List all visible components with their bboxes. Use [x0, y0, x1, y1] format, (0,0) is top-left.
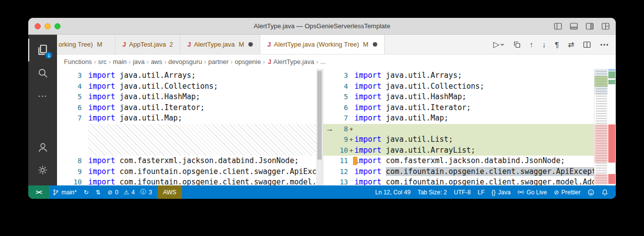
previous-change-button[interactable]: ↑ — [529, 41, 533, 48]
compare-changes-icon[interactable]: ⇅ — [92, 185, 104, 199]
line-number[interactable]: 5 — [323, 92, 348, 103]
line-number[interactable]: 10 — [57, 177, 82, 185]
prettier-item[interactable]: ⊘ Prettier — [550, 185, 584, 199]
titlebar[interactable]: AlertType.java — OpsGenieServerlessTempl… — [28, 18, 616, 35]
zoom-window-button[interactable] — [55, 23, 60, 29]
line-number[interactable]: 12 — [323, 167, 348, 177]
remote-indicator[interactable]: >< — [28, 185, 49, 199]
line-number[interactable]: 4 — [323, 81, 348, 92]
line-number[interactable]: 6 — [323, 103, 348, 114]
code-line[interactable]: 5import java.util.HashMap; — [57, 92, 323, 103]
go-live-button[interactable]: Go Live — [514, 185, 550, 199]
line-number[interactable]: 9 — [323, 134, 348, 145]
customize-layout-icon[interactable] — [601, 23, 610, 30]
dirty-indicator[interactable] — [248, 42, 253, 47]
line-number[interactable]: 7 — [323, 113, 348, 124]
tab-working-tree-partial[interactable]: orking Tree) M — [57, 35, 116, 54]
keyword: import — [354, 71, 381, 80]
diff-original-pane[interactable]: 3import java.util.Arrays;4import java.ut… — [57, 69, 323, 185]
code-line[interactable]: 4import java.util.Collections; — [57, 81, 323, 92]
search-icon[interactable] — [28, 61, 57, 84]
run-java-button[interactable]: ▷ — [493, 41, 504, 49]
git-branch-item[interactable]: main* — [49, 185, 80, 199]
line-number[interactable]: 5 — [57, 92, 82, 103]
aws-badge[interactable]: AWS — [158, 185, 182, 199]
toggle-secondary-sidebar-icon[interactable] — [585, 23, 594, 30]
open-changes-icon[interactable] — [513, 41, 521, 48]
code-line[interactable]: 13import com.ifountain.opsgenie.client.s… — [323, 177, 616, 185]
breadcrumb-separator: › — [261, 58, 267, 65]
more-actions-button[interactable]: ⋯ — [600, 40, 609, 49]
toggle-panel-icon[interactable] — [570, 23, 578, 30]
code-line[interactable]: 7import java.util.Map; — [323, 113, 616, 124]
line-number[interactable]: 8 — [57, 156, 82, 167]
minimap[interactable] — [594, 69, 608, 185]
dirty-indicator[interactable] — [373, 42, 377, 47]
code-line[interactable]: 10import com.ifountain.opsgenie.client.s… — [57, 177, 323, 185]
line-number[interactable]: 13 — [323, 177, 348, 185]
code-line[interactable]: 7import java.util.Map; — [57, 113, 323, 124]
breadcrumb-item[interactable]: main — [113, 58, 126, 65]
code-line[interactable]: 4import java.util.Collections; — [323, 81, 616, 92]
line-number[interactable]: 3 — [323, 70, 348, 81]
cursor-position[interactable]: Ln 12, Col 49 — [372, 185, 414, 199]
line-number[interactable]: 6 — [57, 103, 82, 114]
code-line[interactable]: 6import java.util.Iterator; — [57, 103, 323, 114]
keyword: import — [88, 114, 115, 122]
line-number[interactable]: 4 — [57, 81, 82, 92]
code-line[interactable]: 3import java.util.Arrays; — [323, 70, 616, 81]
code-line[interactable]: 8import com.fasterxml.jackson.databind.J… — [57, 156, 323, 167]
code-line[interactable]: 5import java.util.HashMap; — [323, 92, 616, 103]
breadcrumb-item[interactable]: opsgenie — [234, 58, 261, 65]
problems-item[interactable]: ⊘ 0 ⚠ 4 ⓘ 3 — [104, 185, 156, 199]
breadcrumb-file[interactable]: AlertType.java — [273, 58, 314, 65]
tab-alerttype[interactable]: J AlertType.java M — [180, 35, 260, 54]
split-editor-button[interactable] — [583, 41, 591, 48]
left-scrollbar[interactable] — [316, 69, 323, 185]
language-mode[interactable]: {} Java — [488, 185, 514, 199]
tab-apptest[interactable]: J AppTest.java 2 — [116, 35, 180, 54]
explorer-files-icon[interactable]: 1 — [28, 39, 57, 61]
toggle-sidebar-icon[interactable] — [554, 23, 562, 30]
notifications-bell-icon[interactable] — [598, 185, 612, 199]
code-line[interactable]: 10+import java.util.ArrayList; — [323, 145, 616, 156]
toggle-whitespace-button[interactable]: ¶ — [555, 41, 559, 48]
eol-indicator[interactable]: LF — [474, 185, 488, 199]
tab-size[interactable]: Tab Size: 2 — [414, 185, 450, 199]
sync-icon[interactable]: ↻ — [80, 185, 92, 199]
line-number[interactable]: 11 — [323, 156, 348, 167]
warnings-icon: ⚠ — [124, 189, 129, 196]
swap-diff-sides-button[interactable]: ⇄ — [568, 41, 574, 48]
code-line[interactable]: 11import com.fasterxml.jackson.databind.… — [323, 156, 616, 167]
account-icon[interactable] — [28, 136, 57, 159]
diff-modified-pane[interactable]: → 3import java.util.Arrays;4import java.… — [323, 69, 616, 185]
line-number[interactable]: 10 — [323, 145, 348, 156]
close-window-button[interactable] — [35, 23, 41, 29]
code-line[interactable]: 6import java.util.Iterator; — [323, 103, 616, 114]
more-views-icon[interactable]: ⋯ — [28, 84, 57, 107]
code-line[interactable]: 9import com.ifountain.opsgenie.client.sw… — [57, 167, 323, 177]
line-number[interactable]: 9 — [57, 167, 82, 177]
diff-add-sign: + — [348, 134, 354, 145]
minimize-window-button[interactable] — [45, 23, 51, 29]
breadcrumb-item[interactable]: aws — [151, 58, 162, 65]
keyword: import — [354, 92, 381, 101]
code-line[interactable]: 8+ — [323, 124, 616, 135]
line-number[interactable]: 7 — [57, 113, 82, 124]
breadcrumb-item[interactable]: Functions — [64, 58, 92, 65]
code-line[interactable]: 9+import java.util.List; — [323, 134, 616, 145]
tab-alerttype-working-tree[interactable]: J AlertType.java (Working Tree) M — [260, 35, 385, 54]
feedback-icon[interactable] — [584, 185, 598, 199]
line-number[interactable]: 3 — [57, 70, 82, 81]
next-change-button[interactable]: ↓ — [542, 41, 546, 48]
left-scrollbar-thumb[interactable] — [317, 71, 322, 160]
encoding[interactable]: UTF-8 — [451, 185, 474, 199]
code-line[interactable]: 12import com.ifountain.opsgenie.client.s… — [323, 167, 616, 177]
breadcrumb-item[interactable]: src — [98, 58, 107, 65]
code-line[interactable]: 3import java.util.Arrays; — [57, 70, 323, 81]
settings-gear-icon[interactable] — [28, 159, 57, 181]
breadcrumb-more[interactable]: ... — [320, 58, 326, 65]
breadcrumb-item[interactable]: java — [133, 58, 145, 65]
breadcrumb-item[interactable]: devopsguru — [169, 58, 202, 65]
breadcrumb-item[interactable]: partner — [208, 58, 229, 65]
